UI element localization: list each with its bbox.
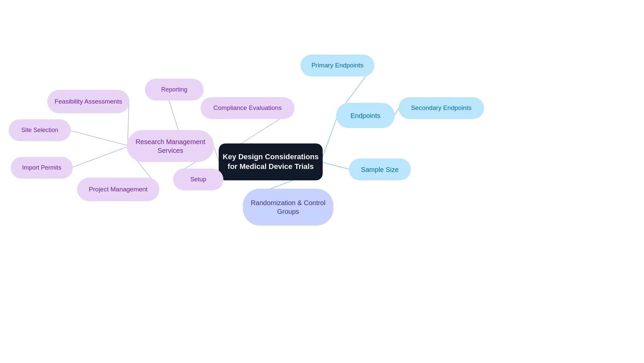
svg-line-6 — [169, 100, 178, 130]
sample-size-label: Sample Size — [361, 165, 398, 174]
node-research-mgmt: Research Management Services — [127, 130, 214, 162]
center-node: Key Design Considerations for Medical De… — [219, 143, 323, 180]
node-site-selection: Site Selection — [9, 119, 71, 141]
setup-label: Setup — [190, 176, 206, 183]
node-endpoints: Endpoints — [336, 103, 395, 128]
randomization-label: Randomization & Control Groups — [243, 198, 333, 216]
feasibility-label: Feasibility Assessments — [55, 98, 122, 106]
svg-line-10 — [395, 108, 398, 115]
node-sample-size: Sample Size — [349, 159, 411, 180]
reporting-label: Reporting — [161, 86, 187, 94]
node-reporting: Reporting — [145, 79, 204, 101]
node-randomization: Randomization & Control Groups — [243, 189, 333, 226]
compliance-label: Compliance Evaluations — [213, 104, 282, 112]
center-label: Key Design Considerations for Medical De… — [219, 152, 323, 171]
import-permits-label: Import Permits — [22, 164, 61, 172]
svg-line-11 — [323, 162, 349, 169]
node-feasibility: Feasibility Assessments — [47, 90, 129, 113]
node-secondary-endpoints: Secondary Endpoints — [398, 97, 484, 119]
node-primary-endpoints: Primary Endpoints — [301, 55, 374, 76]
svg-line-0 — [214, 147, 219, 161]
primary-endpoints-label: Primary Endpoints — [311, 61, 363, 70]
svg-line-8 — [322, 118, 337, 159]
node-setup: Setup — [173, 169, 223, 190]
site-selection-label: Site Selection — [21, 126, 58, 134]
project-mgmt-label: Project Management — [89, 185, 148, 194]
svg-line-3 — [73, 147, 127, 167]
research-mgmt-label: Research Management Services — [127, 137, 214, 155]
svg-line-2 — [71, 131, 127, 145]
node-import-permits: Import Permits — [11, 157, 73, 179]
endpoints-label: Endpoints — [351, 111, 380, 120]
node-project-mgmt: Project Management — [77, 178, 159, 201]
node-compliance: Compliance Evaluations — [201, 97, 294, 119]
secondary-endpoints-label: Secondary Endpoints — [411, 104, 472, 112]
